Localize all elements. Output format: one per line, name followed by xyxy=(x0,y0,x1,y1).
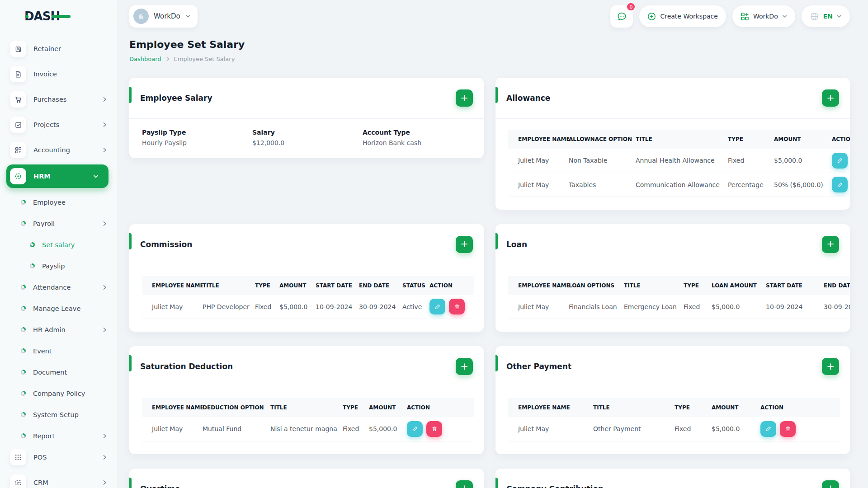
sidebar-item-hrm[interactable]: HRM xyxy=(6,164,108,188)
column-header: AMOUNT xyxy=(774,130,832,149)
sidebar-subitem-hr-admin[interactable]: HR Admin xyxy=(10,319,110,340)
add-other-payment-button[interactable]: + xyxy=(822,358,839,375)
sidebar-subitem-employee[interactable]: Employee xyxy=(10,192,110,213)
sidebar-item-pos[interactable]: POS xyxy=(10,446,110,468)
chevron-right-icon xyxy=(103,285,107,290)
add-commission-button[interactable]: + xyxy=(456,236,473,253)
sidebar-item-projects[interactable]: Projects xyxy=(10,114,110,136)
sidebar-subitem-set-salary[interactable]: Set salary xyxy=(10,234,110,255)
edit-button[interactable] xyxy=(429,299,445,314)
table-header-row: EMPLOYEE NAME LOAN OPTIONS TITLE TYPE LO… xyxy=(508,276,850,295)
create-workspace-button[interactable]: Create Workspace xyxy=(639,5,726,27)
delete-button[interactable] xyxy=(780,421,796,437)
delete-button[interactable] xyxy=(426,421,442,437)
pencil-icon xyxy=(412,426,418,432)
add-saturation-deduction-button[interactable]: + xyxy=(456,358,473,375)
cell-end-date: 30-09-2024 xyxy=(359,295,402,319)
cell-amount: $5,000.0 xyxy=(712,417,760,441)
add-employee-salary-button[interactable]: + xyxy=(456,89,473,107)
bullet-ring-icon xyxy=(21,412,26,417)
column-header: TITLE xyxy=(270,398,343,417)
cell-option: Taxables xyxy=(569,173,636,197)
sidebar-subitem-payslip[interactable]: Payslip xyxy=(10,255,110,277)
breadcrumb-current: Employee Set Salary xyxy=(174,56,235,62)
sidebar-item-accounting[interactable]: Accounting xyxy=(10,139,110,161)
page-title: Employee Set Salary xyxy=(129,39,850,50)
notification-badge: 0 xyxy=(626,2,636,11)
add-overtime-button[interactable]: + xyxy=(456,480,473,488)
cell-title: Emergency Loan xyxy=(624,295,684,319)
invoice-file-icon xyxy=(10,66,26,82)
create-workspace-label: Create Workspace xyxy=(660,13,718,20)
sidebar-subitem-manage-leave[interactable]: Manage Leave xyxy=(10,298,110,319)
cell-employee: Juliet May xyxy=(508,295,569,319)
table-row: Juliet May PHP Developer Fixed $5,000.0 … xyxy=(142,295,474,319)
edit-button[interactable] xyxy=(832,177,848,192)
cart-icon xyxy=(10,91,26,108)
sidebar-item-crm[interactable]: CRM xyxy=(10,472,110,488)
subitem-label: Document xyxy=(33,369,110,376)
sidebar-subitem-event[interactable]: Event xyxy=(10,340,110,361)
check-square-icon xyxy=(10,117,26,133)
add-company-contribution-button[interactable]: + xyxy=(822,480,839,488)
messages-button[interactable]: 0 xyxy=(610,5,633,28)
sidebar-subitem-company-policy[interactable]: Company Policy xyxy=(10,383,110,404)
bullet-ring-icon xyxy=(30,263,35,268)
workspace-selector[interactable]: WorkDo xyxy=(129,5,198,28)
subitem-label: Employee xyxy=(33,199,110,206)
bullet-ring-icon xyxy=(21,433,26,438)
main-area: WorkDo 0 Create Workspace xyxy=(117,0,868,488)
dots-grid-icon xyxy=(10,449,26,465)
commission-table: EMPLOYEE NAME TITLE TYPE AMOUNT START DA… xyxy=(142,276,474,319)
sidebar-item-label: Invoice xyxy=(33,70,110,78)
bullet-ring-icon xyxy=(21,391,26,396)
sidebar-nav: Retainer Invoice Purch xyxy=(0,33,117,488)
add-allowance-button[interactable]: + xyxy=(822,89,839,107)
sidebar-item-invoice[interactable]: Invoice xyxy=(10,63,110,85)
breadcrumb-dashboard-link[interactable]: Dashboard xyxy=(129,56,161,62)
table-header-row: EMPLOYEE NAME DEDUCTION OPTION TITLE TYP… xyxy=(142,398,474,417)
sidebar-subitem-report[interactable]: Report xyxy=(10,425,110,446)
cell-actions xyxy=(429,295,474,319)
edit-button[interactable] xyxy=(760,421,776,437)
sidebar-subitem-attendance[interactable]: Attendance xyxy=(10,277,110,298)
edit-button[interactable] xyxy=(407,421,423,437)
column-header: AMOUNT xyxy=(279,276,316,295)
trash-icon xyxy=(431,426,438,432)
cell-employee: Juliet May xyxy=(142,295,203,319)
brand-logo[interactable]: DASH xyxy=(0,0,117,33)
table-row: Juliet May Financials Loan Emergency Loa… xyxy=(508,295,850,319)
cell-employee: Juliet May xyxy=(508,149,569,173)
card-header: Allowance + xyxy=(495,78,850,119)
app-switcher-label: WorkDo xyxy=(753,13,778,20)
subitem-label: System Setup xyxy=(33,411,110,418)
subitem-label: Event xyxy=(33,347,110,355)
loan-card: Loan + EMPLOYEE NAME LOAN OPTIONS TITLE … xyxy=(495,224,850,332)
bullet-ring-icon xyxy=(21,221,26,226)
cell-amount: $5,000.0 xyxy=(774,149,832,173)
language-selector[interactable]: EN xyxy=(802,5,850,27)
column-header: TITLE xyxy=(593,398,675,417)
table-row: Juliet May Non Taxable Annual Health All… xyxy=(508,149,850,173)
cell-start-date: 10-09-2024 xyxy=(766,295,824,319)
cell-amount: $5,000.0 xyxy=(712,295,766,319)
sidebar-subitem-system-setup[interactable]: System Setup xyxy=(10,404,110,425)
column-header: AMOUNT xyxy=(369,398,407,417)
commission-card: Commission + EMPLOYEE NAME TITLE TYPE AM… xyxy=(129,224,484,332)
column-header: EMPLOYEE NAME xyxy=(508,130,569,149)
sidebar-subitem-payroll[interactable]: Payroll xyxy=(10,213,110,234)
app-switcher-button[interactable]: WorkDo xyxy=(732,5,795,27)
cards-grid: Employee Salary + Payslip Type Hourly Pa… xyxy=(129,78,850,488)
add-loan-button[interactable]: + xyxy=(822,236,839,253)
trash-icon xyxy=(454,304,460,310)
subitem-label: Report xyxy=(33,432,103,440)
sidebar-item-retainer[interactable]: Retainer xyxy=(10,38,110,60)
table-header-row: EMPLOYEE NAME TITLE TYPE AMOUNT ACTION xyxy=(508,398,840,417)
sidebar-subitem-document[interactable]: Document xyxy=(10,361,110,383)
sidebar-item-purchases[interactable]: Purchases xyxy=(10,89,110,110)
pencil-icon xyxy=(837,182,843,188)
edit-button[interactable] xyxy=(832,153,848,169)
loan-table: EMPLOYEE NAME LOAN OPTIONS TITLE TYPE LO… xyxy=(508,276,850,319)
delete-button[interactable] xyxy=(449,299,465,314)
column-header: START DATE xyxy=(766,276,824,295)
